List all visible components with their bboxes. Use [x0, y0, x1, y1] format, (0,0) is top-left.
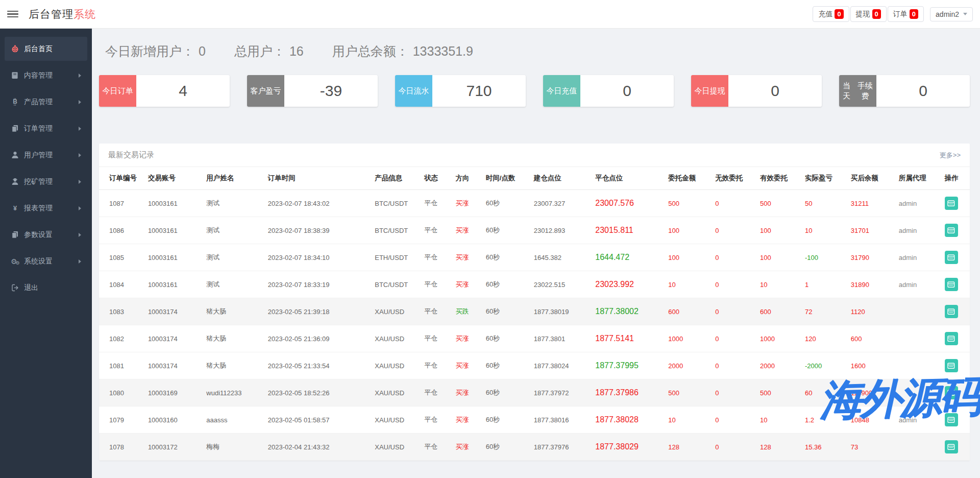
sidebar-item-系统设置[interactable]: ⚙⚙系统设置 [5, 249, 87, 273]
cell-amount: 500 [665, 190, 712, 217]
order-detail-button[interactable] [945, 386, 958, 399]
cell-agent [896, 379, 942, 407]
cell-amount: 10 [665, 271, 712, 298]
stat-cards: 今日订单4客户盈亏-39今日流水710今日充值0今日提现0当天手续费0 [99, 75, 970, 107]
cell-action [942, 217, 970, 244]
sidebar-item-退出[interactable]: 退出 [5, 276, 87, 300]
cell-balance: 600 [848, 325, 896, 352]
cell-close: 1877.38028 [592, 407, 665, 434]
stat-label: 用户总余额： [332, 44, 409, 58]
cell-product: XAU/USD [372, 298, 421, 325]
cell-product: XAU/USD [372, 352, 421, 379]
sidebar-item-参数设置[interactable]: 参数设置 [5, 223, 87, 247]
bitcoin-icon: B [11, 98, 24, 106]
more-link[interactable]: 更多>> [940, 151, 961, 160]
cell-profit: 60 [802, 379, 848, 407]
sidebar-item-订单管理[interactable]: 订单管理 [5, 116, 87, 140]
cell-name: 测试 [203, 244, 265, 271]
svg-text:¥: ¥ [13, 204, 17, 212]
cell-status: 平仓 [421, 352, 452, 379]
table-row: 108610003161测试2023-02-07 18:38:39BTC/USD… [99, 217, 970, 244]
stat-card-今日提现: 今日提现0 [691, 75, 822, 107]
card-value: -39 [284, 75, 378, 107]
cell-name: 猪大肠 [203, 352, 265, 379]
cell-product: ETH/USDT [372, 244, 421, 271]
cell-direction: 买涨 [453, 217, 483, 244]
stat-label: 今日新增用户： [105, 44, 194, 58]
panel-header: 最新交易记录 更多>> [99, 144, 970, 167]
nav-button-提现[interactable]: 提现0 [850, 6, 887, 22]
cell-period: 60秒 [483, 352, 531, 379]
count-badge: 0 [872, 9, 881, 19]
hamburger-menu-icon[interactable] [7, 11, 18, 18]
sidebar-item-内容管理[interactable]: 内容管理 [5, 63, 87, 87]
cell-open: 1877.38016 [531, 407, 593, 434]
card-label: 今日充值 [543, 75, 580, 107]
card-value: 0 [580, 75, 674, 107]
cell-period: 60秒 [483, 379, 531, 407]
cell-time: 2023-02-05 21:36:09 [265, 325, 372, 352]
cell-status: 平仓 [421, 434, 452, 461]
cell-profit: 15.36 [802, 434, 848, 461]
sidebar-item-产品管理[interactable]: B产品管理 [5, 90, 87, 114]
cell-time: 2023-02-05 01:58:57 [265, 407, 372, 434]
app-title-accent: 系统 [74, 8, 96, 20]
sidebar-item-后台首页[interactable]: 后台首页 [5, 37, 87, 61]
stat-value: 1333351.9 [413, 44, 473, 58]
cell-profit: 120 [802, 325, 848, 352]
cell-agent: admin [896, 271, 942, 298]
order-detail-button[interactable] [945, 332, 958, 345]
table-row: 108110003174猪大肠2023-02-05 21:33:54XAU/US… [99, 352, 970, 379]
cell-invalid: 0 [712, 298, 757, 325]
user-menu-dropdown[interactable]: admin2 [930, 7, 973, 21]
list-icon [947, 444, 955, 450]
order-detail-button[interactable] [945, 251, 958, 264]
order-detail-button[interactable] [945, 359, 958, 372]
cell-period: 60秒 [483, 190, 531, 217]
column-header-agent: 所属代理 [896, 167, 942, 190]
cell-time: 2023-02-05 21:39:18 [265, 298, 372, 325]
cell-action [942, 379, 970, 407]
sidebar-item-label: 产品管理 [24, 98, 53, 107]
order-detail-button[interactable] [945, 440, 958, 453]
sidebar-item-label: 系统设置 [24, 257, 53, 266]
sidebar-item-label: 用户管理 [24, 151, 53, 160]
cell-amount: 10 [665, 407, 712, 434]
column-header-action: 操作 [942, 167, 970, 190]
nav-button-充值[interactable]: 充值0 [813, 6, 849, 22]
sidebar-item-报表管理[interactable]: ¥报表管理 [5, 196, 87, 220]
summary-stats: 今日新增用户：0总用户：16用户总余额：1333351.9 [105, 43, 970, 60]
cell-profit: 10 [802, 217, 848, 244]
card-label: 今日订单 [99, 75, 136, 107]
order-detail-button[interactable] [945, 278, 958, 291]
cell-id: 1079 [99, 407, 145, 434]
sidebar-item-用户管理[interactable]: 用户管理 [5, 143, 87, 167]
order-detail-button[interactable] [945, 413, 958, 426]
cell-valid: 10 [757, 407, 802, 434]
cell-id: 1086 [99, 217, 145, 244]
cell-amount: 600 [665, 298, 712, 325]
column-header-invalid: 无效委托 [712, 167, 757, 190]
miner-icon [11, 177, 24, 186]
cell-direction: 买涨 [453, 379, 483, 407]
cell-open: 1645.382 [531, 244, 593, 271]
order-detail-button[interactable] [945, 224, 958, 237]
bug-icon [11, 44, 24, 53]
chevron-right-icon [79, 180, 81, 184]
cell-status: 平仓 [421, 244, 452, 271]
cell-balance: 31701 [848, 217, 896, 244]
nav-button-订单[interactable]: 订单0 [888, 6, 924, 22]
cell-direction: 买涨 [453, 434, 483, 461]
cell-account: 10003172 [145, 434, 203, 461]
sidebar-item-label: 报表管理 [24, 204, 53, 213]
cell-id: 1085 [99, 244, 145, 271]
cell-action [942, 325, 970, 352]
cell-time: 2023-02-07 18:43:02 [265, 190, 372, 217]
sidebar-item-label: 后台首页 [24, 44, 53, 54]
sidebar-item-挖矿管理[interactable]: 挖矿管理 [5, 170, 87, 194]
chevron-right-icon [79, 153, 81, 157]
order-detail-button[interactable] [945, 197, 958, 210]
gears-icon: ⚙⚙ [11, 257, 24, 266]
cell-time: 2023-02-07 18:33:19 [265, 271, 372, 298]
order-detail-button[interactable] [945, 305, 958, 318]
